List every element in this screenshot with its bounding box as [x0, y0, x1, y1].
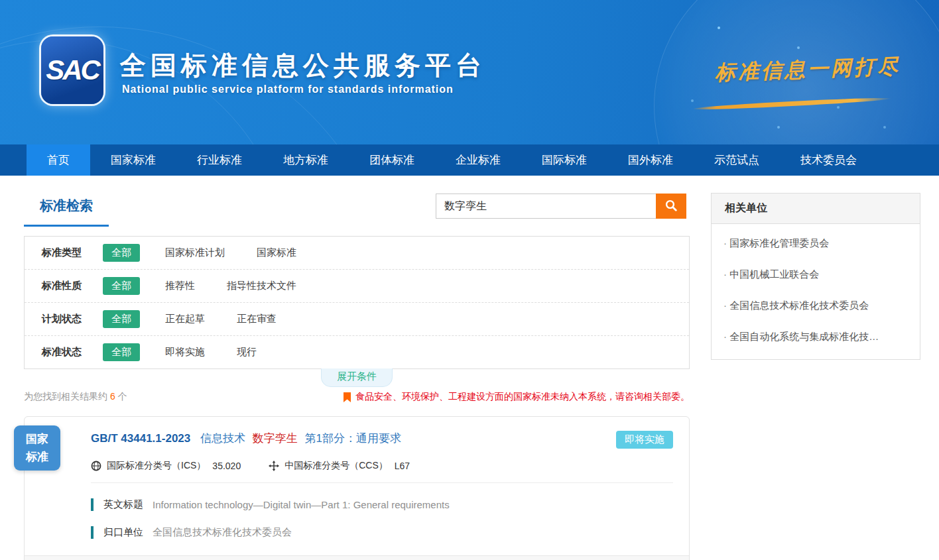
globe-icon: [91, 461, 101, 471]
filter-option[interactable]: 国家标准计划: [165, 247, 225, 259]
english-title-value: Information technology—Digital twin—Part…: [153, 499, 450, 510]
filter-row-standard-status: 标准状态 全部 即将实施 现行: [25, 336, 689, 368]
ccs-label: 中国标准分类号（CCS）: [284, 460, 388, 472]
bookmark-icon: [344, 392, 351, 402]
title-segment[interactable]: 信息技术: [200, 432, 245, 445]
results-info-row: 为您找到相关结果约6个 食品安全、环境保护、工程建设方面的国家标准未纳入本系统，…: [24, 391, 690, 403]
title-segment[interactable]: 第1部分：通用要求: [304, 432, 401, 445]
sac-logo[interactable]: SAC: [41, 36, 103, 104]
expand-conditions-button[interactable]: 展开条件: [321, 368, 393, 387]
filter-badge-all[interactable]: 全部: [103, 343, 140, 361]
filter-panel: 标准类型 全部 国家标准计划 国家标准 标准性质 全部 推荐性 指导性技术文件 …: [24, 236, 690, 369]
result-card-body: GB/T 43441.1-2023 信息技术 数字孪生 第1部分：通用要求 即将…: [25, 417, 689, 539]
nav-item-home[interactable]: 首页: [27, 144, 90, 176]
filter-option[interactable]: 正在起草: [165, 313, 205, 325]
search-button[interactable]: [656, 194, 686, 219]
dots-decoration: [718, 27, 720, 29]
status-badge-upcoming: 即将实施: [616, 431, 673, 449]
related-unit-link[interactable]: 全国自动化系统与集成标准化技…: [712, 321, 920, 353]
sidebar-column: 相关单位 国家标准化管理委员会 中国机械工业联合会 全国信息技术标准化技术委员会…: [711, 193, 920, 560]
ics-value: 35.020: [212, 461, 241, 471]
filter-badge-all[interactable]: 全部: [103, 244, 140, 262]
header-banner: SAC 全国标准信息公共服务平台 National public service…: [0, 0, 939, 144]
related-unit-link[interactable]: 国家标准化管理委员会: [712, 228, 920, 259]
filter-option[interactable]: 推荐性: [165, 280, 195, 292]
filter-row-standard-nature: 标准性质 全部 推荐性 指导性技术文件: [25, 270, 689, 303]
standard-type-badge-label: 国家标准: [25, 430, 49, 466]
filter-option[interactable]: 国家标准: [257, 247, 296, 259]
result-title-link[interactable]: GB/T 43441.1-2023 信息技术 数字孪生 第1部分：通用要求: [91, 431, 616, 446]
page: SAC 全国标准信息公共服务平台 National public service…: [0, 0, 939, 560]
filter-row-plan-status: 计划状态 全部 正在起草 正在审查: [25, 303, 689, 336]
committee-value: 全国信息技术标准化技术委员会: [153, 526, 292, 539]
teal-bar-decoration: [91, 498, 94, 511]
result-card: 国家标准 GB/T 43441.1-2023 信息技术 数字孪生 第1部分：通用…: [24, 416, 690, 560]
filter-option[interactable]: 现行: [237, 346, 257, 359]
main-column: 标准检索 标准类型: [24, 193, 690, 560]
filter-badge-all[interactable]: 全部: [103, 310, 140, 328]
result-card-footer: 发布于 2023-11-27 实施于 2024-06-01: [25, 555, 689, 560]
site-title: 全国标准信息公共服务平台: [120, 48, 486, 84]
filter-label: 标准性质: [42, 280, 103, 292]
filter-option[interactable]: 即将实施: [165, 346, 205, 359]
nav-item-technical-committee[interactable]: 技术委员会: [780, 144, 877, 176]
standard-type-badge: 国家标准: [14, 425, 60, 471]
result-meta-row: 国际标准分类号（ICS） 35.020 中国标准分类号（CCS） L67: [91, 460, 673, 483]
section-title-standard-search: 标准检索: [24, 193, 109, 227]
related-units-title: 相关单位: [712, 194, 920, 224]
nav-item-national-standards[interactable]: 国家标准: [90, 144, 176, 176]
related-unit-link[interactable]: 中国机械工业联合会: [712, 259, 920, 290]
english-title-row: 英文标题 Information technology—Digital twin…: [91, 498, 673, 511]
ics-classification: 国际标准分类号（ICS） 35.020: [91, 460, 241, 472]
sac-logo-text: SAC: [46, 54, 99, 86]
filter-option[interactable]: 指导性技术文件: [227, 280, 296, 292]
filter-badge-all[interactable]: 全部: [103, 277, 140, 295]
filter-label: 标准状态: [42, 346, 103, 359]
results-count: 为您找到相关结果约6个: [24, 391, 127, 403]
nav-item-foreign-standards[interactable]: 国外标准: [607, 144, 694, 176]
content-area: 标准检索 标准类型: [0, 176, 939, 560]
search-bar: [436, 194, 686, 219]
related-units-list: 国家标准化管理委员会 中国机械工业联合会 全国信息技术标准化技术委员会 全国自动…: [712, 224, 920, 359]
results-count-number: 6: [110, 391, 115, 402]
notice-text: 食品安全、环境保护、工程建设方面的国家标准未纳入本系统，请咨询相关部委。: [344, 391, 690, 403]
expand-conditions-wrap: 展开条件: [24, 368, 690, 386]
site-subtitle: National public service platform for sta…: [122, 84, 454, 95]
nav-item-local-standards[interactable]: 地方标准: [263, 144, 349, 176]
search-icon: [664, 199, 678, 214]
standard-code[interactable]: GB/T 43441.1-2023: [91, 432, 190, 445]
nav-item-industry-standards[interactable]: 行业标准: [176, 144, 263, 176]
title-highlight-keyword[interactable]: 数字孪生: [253, 432, 298, 445]
results-count-prefix: 为您找到相关结果约: [24, 391, 107, 402]
ics-label: 国际标准分类号（ICS）: [107, 460, 206, 472]
search-input[interactable]: [436, 194, 656, 219]
ccs-value: L67: [395, 461, 410, 471]
result-title-row: GB/T 43441.1-2023 信息技术 数字孪生 第1部分：通用要求 即将…: [91, 431, 673, 449]
search-section: 标准检索: [24, 193, 690, 227]
nav-item-group-standards[interactable]: 团体标准: [349, 144, 435, 176]
nav-item-international-standards[interactable]: 国际标准: [521, 144, 607, 176]
committee-row: 归口单位 全国信息技术标准化技术委员会: [91, 526, 673, 539]
main-nav: 首页 国家标准 行业标准 地方标准 团体标准 企业标准 国际标准 国外标准 示范…: [0, 144, 939, 176]
english-title-label: 英文标题: [103, 498, 143, 511]
filter-option[interactable]: 正在审查: [237, 313, 277, 325]
results-count-suffix: 个: [118, 391, 127, 402]
teal-bar-decoration: [91, 526, 94, 539]
nav-item-enterprise-standards[interactable]: 企业标准: [435, 144, 521, 176]
committee-label: 归口单位: [103, 526, 143, 539]
compass-arrows-icon: [269, 461, 279, 471]
related-units-panel: 相关单位 国家标准化管理委员会 中国机械工业联合会 全国信息技术标准化技术委员会…: [711, 193, 920, 360]
related-unit-link[interactable]: 全国信息技术标准化技术委员会: [712, 290, 920, 321]
ccs-classification: 中国标准分类号（CCS） L67: [269, 460, 410, 472]
nav-item-pilot-demo[interactable]: 示范试点: [694, 144, 780, 176]
filter-row-standard-type: 标准类型 全部 国家标准计划 国家标准: [25, 237, 689, 270]
filter-label: 标准类型: [42, 247, 103, 259]
filter-label: 计划状态: [42, 313, 103, 325]
notice-label: 食品安全、环境保护、工程建设方面的国家标准未纳入本系统，请咨询相关部委。: [355, 391, 690, 403]
